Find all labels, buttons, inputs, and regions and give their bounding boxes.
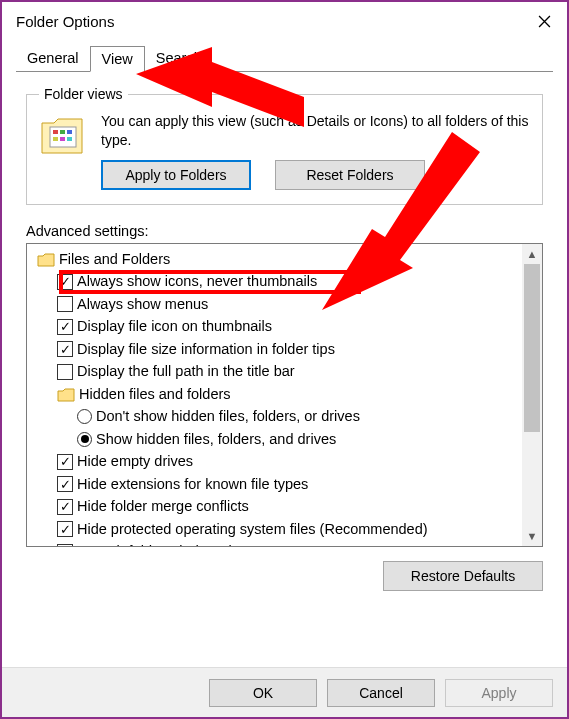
- tree-item-label: Display file icon on thumbnails: [77, 315, 272, 338]
- advanced-settings-label: Advanced settings:: [26, 223, 543, 239]
- svg-rect-2: [60, 130, 65, 134]
- tree-item-label: Hide folder merge conflicts: [77, 495, 249, 518]
- folder-views-legend: Folder views: [39, 86, 128, 102]
- svg-rect-4: [53, 137, 58, 141]
- tab-view[interactable]: View: [90, 46, 145, 72]
- tab-general[interactable]: General: [16, 46, 90, 71]
- dialog-button-row: OK Cancel Apply: [2, 667, 567, 717]
- tree-item-label: Launch folder windows in a separate proc…: [77, 540, 367, 546]
- checkbox-icon[interactable]: [57, 341, 73, 357]
- tree-item-label: Hidden files and folders: [79, 383, 231, 406]
- apply-to-folders-button[interactable]: Apply to Folders: [101, 160, 251, 190]
- svg-rect-5: [60, 137, 65, 141]
- radio-icon[interactable]: [77, 409, 92, 424]
- cancel-button[interactable]: Cancel: [327, 679, 435, 707]
- svg-rect-3: [67, 130, 72, 134]
- checkbox-icon[interactable]: [57, 454, 73, 470]
- tree-item-label: Display the full path in the title bar: [77, 360, 295, 383]
- tree-item-label: Don't show hidden files, folders, or dri…: [96, 405, 360, 428]
- reset-folders-button[interactable]: Reset Folders: [275, 160, 425, 190]
- tree-item-label: Hide protected operating system files (R…: [77, 518, 428, 541]
- tab-panel-view: Folder views You can apply this view (su…: [16, 72, 553, 601]
- checkbox-icon[interactable]: [57, 544, 73, 546]
- tree-item-label: Files and Folders: [59, 248, 170, 271]
- svg-rect-1: [53, 130, 58, 134]
- tree-root-item[interactable]: Files and Folders: [33, 248, 522, 271]
- tree-item-label: Always show icons, never thumbnails: [77, 270, 317, 293]
- titlebar: Folder Options: [2, 2, 567, 40]
- checkbox-icon[interactable]: [57, 319, 73, 335]
- ok-button[interactable]: OK: [209, 679, 317, 707]
- apply-button[interactable]: Apply: [445, 679, 553, 707]
- tree-item[interactable]: Hide folder merge conflicts: [53, 495, 522, 518]
- folder-icon: [57, 386, 75, 402]
- tree-item[interactable]: Always show icons, never thumbnails: [53, 270, 522, 293]
- tree-item[interactable]: Hidden files and folders: [53, 383, 522, 406]
- folder-views-text: You can apply this view (such as Details…: [101, 112, 530, 150]
- folder-icon: [37, 251, 55, 267]
- radio-icon[interactable]: [77, 432, 92, 447]
- tree-item-label: Show hidden files, folders, and drives: [96, 428, 336, 451]
- close-button[interactable]: [521, 2, 567, 40]
- folder-views-group: Folder views You can apply this view (su…: [26, 86, 543, 205]
- svg-rect-6: [67, 137, 72, 141]
- tree-item[interactable]: Show hidden files, folders, and drives: [73, 428, 522, 451]
- scrollbar[interactable]: ▲ ▼: [522, 244, 542, 546]
- checkbox-icon[interactable]: [57, 364, 73, 380]
- tree-item[interactable]: Hide empty drives: [53, 450, 522, 473]
- tree-item-label: Always show menus: [77, 293, 208, 316]
- window-title: Folder Options: [16, 13, 521, 30]
- tree-item[interactable]: Display file size information in folder …: [53, 338, 522, 361]
- scroll-thumb[interactable]: [524, 264, 540, 432]
- scroll-up-icon[interactable]: ▲: [522, 244, 542, 264]
- tree-item[interactable]: Launch folder windows in a separate proc…: [53, 540, 522, 546]
- close-icon: [538, 15, 551, 28]
- tree-item[interactable]: Always show menus: [53, 293, 522, 316]
- scroll-down-icon[interactable]: ▼: [522, 526, 542, 546]
- tree-item[interactable]: Don't show hidden files, folders, or dri…: [73, 405, 522, 428]
- tree-item[interactable]: Display file icon on thumbnails: [53, 315, 522, 338]
- checkbox-icon[interactable]: [57, 274, 73, 290]
- tree-item-label: Hide empty drives: [77, 450, 193, 473]
- tree-item-label: Display file size information in folder …: [77, 338, 335, 361]
- folder-views-icon: [39, 112, 89, 158]
- tab-search[interactable]: Search: [145, 46, 213, 71]
- checkbox-icon[interactable]: [57, 476, 73, 492]
- checkbox-icon[interactable]: [57, 499, 73, 515]
- tree-item[interactable]: Hide protected operating system files (R…: [53, 518, 522, 541]
- checkbox-icon[interactable]: [57, 296, 73, 312]
- checkbox-icon[interactable]: [57, 521, 73, 537]
- tab-bar: General View Search: [16, 46, 553, 72]
- restore-defaults-button[interactable]: Restore Defaults: [383, 561, 543, 591]
- tree-item-label: Hide extensions for known file types: [77, 473, 308, 496]
- tree-item[interactable]: Hide extensions for known file types: [53, 473, 522, 496]
- advanced-settings-list: Files and FoldersAlways show icons, neve…: [26, 243, 543, 547]
- tree-item[interactable]: Display the full path in the title bar: [53, 360, 522, 383]
